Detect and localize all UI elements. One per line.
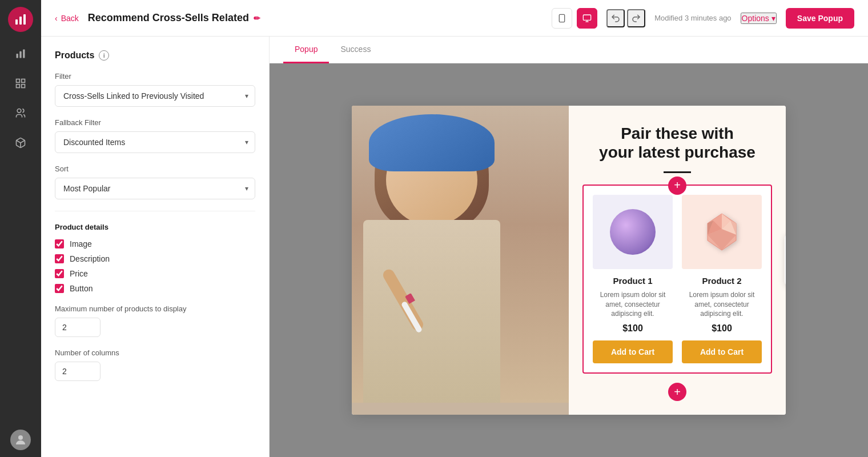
back-label: Back	[61, 14, 79, 23]
svg-rect-15	[584, 15, 591, 20]
svg-rect-7	[22, 79, 25, 83]
undo-redo-controls	[606, 9, 645, 27]
page-title: Recommend Cross-Sells Related ✏	[88, 12, 260, 24]
product-details-group: Product details Image Description Price	[55, 223, 255, 293]
button-checkbox[interactable]	[55, 284, 64, 293]
num-columns-group: Number of columns	[55, 348, 255, 381]
tab-success[interactable]: Success	[329, 37, 382, 63]
fallback-filter-field-group: Fallback Filter Discounted Items Most Po…	[55, 118, 255, 153]
product-1-image	[593, 195, 673, 269]
sort-field-group: Sort Most Popular Newest Price: Low to H…	[55, 165, 255, 199]
filter-select[interactable]: Cross-Sells Linked to Previously Visited…	[55, 85, 255, 107]
image-checkbox-item: Image	[55, 239, 255, 248]
back-button[interactable]: ‹ Back	[55, 14, 79, 23]
filter-label: Filter	[55, 72, 255, 81]
main-content: ‹ Back Recommend Cross-Sells Related ✏	[41, 0, 868, 457]
svg-rect-2	[23, 14, 26, 25]
app-logo[interactable]	[8, 7, 33, 32]
product-1-add-to-cart-button[interactable]: Add to Cart	[593, 340, 673, 363]
svg-point-12	[18, 435, 23, 440]
view-toggle	[552, 8, 597, 29]
svg-rect-6	[17, 79, 20, 83]
desktop-view-button[interactable]	[577, 8, 597, 29]
button-checkbox-item: Button	[55, 284, 255, 293]
redo-button[interactable]	[627, 9, 645, 27]
top-bar: ‹ Back Recommend Cross-Sells Related ✏	[41, 0, 868, 37]
tab-popup[interactable]: Popup	[283, 37, 329, 63]
nav-icon-users[interactable]	[9, 102, 32, 125]
preview-tabs: Popup Success	[270, 37, 868, 63]
product-1-name: Product 1	[613, 276, 652, 286]
popup-body: Pair these with your latest purchase +	[352, 106, 786, 415]
price-checkbox[interactable]	[55, 269, 64, 278]
edit-title-icon[interactable]: ✏	[254, 14, 260, 23]
svg-rect-4	[19, 51, 21, 58]
products-info-icon[interactable]: i	[99, 50, 109, 61]
button-label: Button	[70, 284, 93, 293]
save-popup-button[interactable]: Save Popup	[786, 8, 854, 29]
max-products-input[interactable]	[55, 318, 101, 337]
description-checkbox-item: Description	[55, 254, 255, 263]
filter-field-group: Filter Cross-Sells Linked to Previously …	[55, 72, 255, 107]
nav-icon-box[interactable]	[9, 131, 32, 154]
product-card-1: Product 1 Lorem ipsum dolor sit amet, co…	[593, 195, 673, 363]
svg-rect-8	[22, 85, 25, 88]
max-products-group: Maximum number of products to display	[55, 304, 255, 337]
divider	[55, 211, 255, 211]
product-2-name: Product 2	[702, 276, 741, 286]
products-section[interactable]: + Product 1 Lorem ipsum dolor sit amet	[582, 185, 772, 374]
fallback-filter-select[interactable]: Discounted Items Most Popular Newest Fea…	[55, 131, 255, 153]
fallback-filter-label: Fallback Filter	[55, 118, 255, 127]
add-block-below-button[interactable]: +	[668, 383, 686, 401]
sort-select[interactable]: Most Popular Newest Price: Low to High P…	[55, 178, 255, 199]
nav-icon-analytics[interactable]	[9, 42, 32, 65]
back-chevron-icon: ‹	[55, 14, 58, 23]
product-card-2: Product 2 Lorem ipsum dolor sit amet, co…	[682, 195, 762, 363]
num-columns-input[interactable]	[55, 362, 101, 381]
popup-divider	[664, 171, 691, 173]
popup-content: Pair these with your latest purchase +	[569, 106, 786, 415]
popup-card: Pair these with your latest purchase +	[352, 106, 786, 415]
sort-label: Sort	[55, 165, 255, 173]
max-products-label: Maximum number of products to display	[55, 304, 255, 313]
product-1-price: $100	[622, 323, 643, 334]
image-label: Image	[70, 239, 92, 248]
products-section-title: Products i	[55, 50, 255, 61]
options-chevron-icon: ▾	[771, 14, 775, 23]
user-avatar[interactable]	[10, 430, 31, 450]
product-2-description: Lorem ipsum dolor sit amet, consectetur …	[682, 290, 762, 319]
preview-area: Popup Success	[270, 37, 868, 457]
fallback-filter-select-wrapper: Discounted Items Most Popular Newest Fea…	[55, 131, 255, 153]
products-grid: Product 1 Lorem ipsum dolor sit amet, co…	[593, 195, 762, 363]
filter-select-wrapper: Cross-Sells Linked to Previously Visited…	[55, 85, 255, 107]
popup-heading: Pair these with your latest purchase	[582, 124, 772, 162]
mobile-view-button[interactable]	[552, 8, 572, 29]
price-label: Price	[70, 269, 88, 278]
options-button[interactable]: Options ▾	[741, 13, 777, 24]
product-2-gem	[699, 209, 745, 255]
svg-rect-1	[19, 17, 22, 25]
body-area: Products i Filter Cross-Sells Linked to …	[41, 37, 868, 457]
top-bar-actions: Modified 3 minutes ago Options ▾ Save Po…	[606, 8, 854, 29]
left-navigation	[0, 0, 41, 457]
undo-button[interactable]	[606, 9, 625, 27]
svg-point-10	[17, 109, 21, 113]
svg-rect-9	[17, 85, 20, 88]
product-1-sphere	[610, 209, 656, 255]
float-action-panel	[785, 234, 786, 286]
add-block-above-button[interactable]: +	[668, 177, 686, 195]
preview-canvas: Pair these with your latest purchase +	[270, 63, 868, 457]
price-checkbox-item: Price	[55, 269, 255, 278]
sort-select-wrapper: Most Popular Newest Price: Low to High P…	[55, 178, 255, 199]
product-2-add-to-cart-button[interactable]: Add to Cart	[682, 340, 762, 363]
svg-rect-5	[23, 50, 25, 58]
product-2-price: $100	[712, 323, 732, 334]
product-2-image	[682, 195, 762, 269]
sidebar-panel: Products i Filter Cross-Sells Linked to …	[41, 37, 270, 457]
image-checkbox[interactable]	[55, 239, 64, 248]
description-label: Description	[70, 254, 110, 263]
num-columns-label: Number of columns	[55, 348, 255, 357]
svg-rect-3	[17, 54, 18, 58]
nav-icon-layout[interactable]	[9, 72, 32, 95]
description-checkbox[interactable]	[55, 254, 64, 263]
